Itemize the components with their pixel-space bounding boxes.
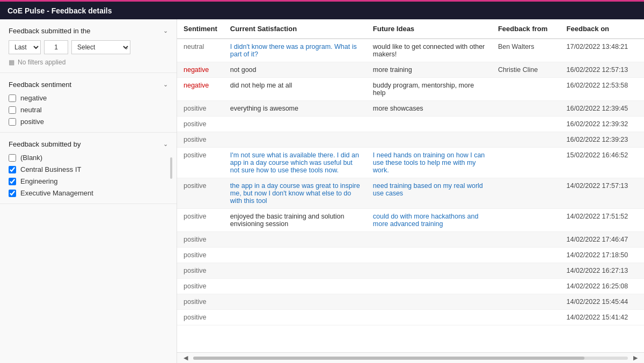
sentiment-cell: negative: [177, 78, 224, 101]
submitted-by-engineering-checkbox[interactable]: [9, 178, 16, 185]
feedback-on-cell: 16/02/2022 12:53:58: [560, 78, 644, 101]
left-panel: Feedback submitted in the ⌄ Last Select …: [0, 19, 177, 363]
feedback-submitted-in-label: Feedback submitted in the: [9, 27, 90, 35]
feedback-table-container[interactable]: Sentiment Current Satisfaction Future Id…: [177, 19, 644, 352]
sentiment-negative-label: negative: [20, 94, 47, 102]
feedback-submitted-by-section: Feedback submitted by ⌄ (Blank) Central …: [0, 133, 177, 204]
sentiment-negative-item[interactable]: negative: [9, 94, 168, 102]
feedback-from-cell: [492, 101, 560, 117]
app-title: CoE Pulse - Feedback details: [8, 6, 112, 15]
period-type-select[interactable]: Select: [71, 40, 130, 54]
future-ideas-cell: [367, 248, 492, 263]
table-body: neutralI didn't know there was a program…: [177, 39, 644, 325]
submitted-by-executive-checkbox[interactable]: [9, 190, 16, 197]
feedback-sentiment-chevron-icon[interactable]: ⌄: [163, 81, 168, 88]
current-satisfaction-cell: [224, 248, 367, 263]
feedback-from-cell: [492, 78, 560, 101]
sentiment-cell: positive: [177, 310, 224, 325]
submitted-by-executive-label: Executive Management: [20, 189, 93, 197]
feedback-on-cell: 17/02/2022 13:48:21: [560, 39, 644, 62]
feedback-from-cell: [492, 279, 560, 294]
feedback-on-cell: 14/02/2022 15:45:44: [560, 294, 644, 310]
col-header-feedback-from: Feedback from: [492, 19, 560, 39]
feedback-from-cell: [492, 310, 560, 325]
sentiment-cell: positive: [177, 248, 224, 263]
no-filters-indicator: ▦ No filters applied: [9, 59, 168, 66]
scrollbar-thumb: [193, 357, 584, 360]
current-satisfaction-cell: I'm not sure what is available there. I …: [224, 148, 367, 178]
submitted-by-blank-label: (Blank): [20, 154, 42, 162]
sentiment-cell: positive: [177, 178, 224, 209]
current-satisfaction-cell: everything is awesome: [224, 101, 367, 117]
feedback-from-cell: [492, 209, 560, 232]
feedback-on-cell: 16/02/2022 12:57:13: [560, 62, 644, 78]
table-row: positive14/02/2022 16:27:13: [177, 263, 644, 279]
feedback-from-cell: [492, 232, 560, 248]
submitted-by-central-item[interactable]: Central Business IT: [9, 165, 168, 173]
scroll-right-arrow[interactable]: ▶: [631, 354, 640, 361]
sentiment-negative-checkbox[interactable]: [9, 95, 16, 102]
feedback-from-cell: [492, 178, 560, 209]
future-ideas-cell: [367, 132, 492, 148]
current-satisfaction-cell: did not help me at all: [224, 78, 367, 101]
feedback-from-cell: [492, 248, 560, 263]
horizontal-scrollbar[interactable]: ◀ ▶: [177, 352, 644, 363]
table-row: positive16/02/2022 12:39:32: [177, 117, 644, 132]
feedback-on-cell: 16/02/2022 12:39:23: [560, 132, 644, 148]
table-row: negativenot goodmore trainingChristie Cl…: [177, 62, 644, 78]
future-ideas-cell: [367, 232, 492, 248]
main-layout: Feedback submitted in the ⌄ Last Select …: [0, 19, 644, 363]
sentiment-checkbox-group: negative neutral positive: [9, 94, 168, 126]
scroll-left-arrow[interactable]: ◀: [181, 354, 190, 361]
submitted-by-blank-checkbox[interactable]: [9, 154, 16, 162]
submitted-by-central-checkbox[interactable]: [9, 166, 16, 173]
feedback-table: Sentiment Current Satisfaction Future Id…: [177, 19, 644, 325]
feedback-submitted-in-chevron-icon[interactable]: ⌄: [163, 27, 168, 34]
table-row: positiveeverything is awesomemore showca…: [177, 101, 644, 117]
feedback-on-cell: 16/02/2022 12:39:32: [560, 117, 644, 132]
sentiment-neutral-checkbox[interactable]: [9, 106, 16, 114]
col-header-current-satisfaction: Current Satisfaction: [224, 19, 367, 39]
scrollbar-track[interactable]: [193, 357, 628, 360]
col-header-sentiment: Sentiment: [177, 19, 224, 39]
current-satisfaction-cell: I didn't know there was a program. What …: [224, 39, 367, 62]
current-satisfaction-cell: the app in a day course was great to ins…: [224, 178, 367, 209]
feedback-on-cell: 14/02/2022 17:18:50: [560, 248, 644, 263]
future-ideas-cell: could do with more hackathons and more a…: [367, 209, 492, 232]
feedback-on-cell: 14/02/2022 17:51:52: [560, 209, 644, 232]
sentiment-cell: positive: [177, 117, 224, 132]
submitted-by-blank-item[interactable]: (Blank): [9, 154, 168, 162]
feedback-sentiment-label: Feedback sentiment: [9, 81, 71, 89]
future-ideas-cell: [367, 263, 492, 279]
sentiment-cell: positive: [177, 294, 224, 310]
feedback-on-cell: 14/02/2022 17:57:13: [560, 178, 644, 209]
submitted-by-executive-item[interactable]: Executive Management: [9, 189, 168, 197]
period-select[interactable]: Last: [9, 40, 41, 54]
period-number-input[interactable]: [44, 40, 68, 54]
submitted-by-checkbox-group: (Blank) Central Business IT Engineering …: [9, 154, 168, 197]
feedback-from-cell: [492, 117, 560, 132]
table-row: positive14/02/2022 16:25:08: [177, 279, 644, 294]
submitted-by-engineering-item[interactable]: Engineering: [9, 177, 168, 185]
future-ideas-cell: would like to get connected with other m…: [367, 39, 492, 62]
sentiment-cell: positive: [177, 132, 224, 148]
sentiment-positive-item[interactable]: positive: [9, 118, 168, 126]
filter-icon: ▦: [9, 59, 14, 66]
table-row: positiveI'm not sure what is available t…: [177, 148, 644, 178]
table-row: positive16/02/2022 12:39:23: [177, 132, 644, 148]
sentiment-cell: positive: [177, 148, 224, 178]
title-bar: CoE Pulse - Feedback details: [0, 0, 644, 19]
table-row: positiveenjoyed the basic training and s…: [177, 209, 644, 232]
sentiment-neutral-item[interactable]: neutral: [9, 106, 168, 114]
feedback-on-cell: 14/02/2022 16:25:08: [560, 279, 644, 294]
sentiment-positive-checkbox[interactable]: [9, 118, 16, 126]
table-header: Sentiment Current Satisfaction Future Id…: [177, 19, 644, 39]
feedback-submitted-by-chevron-icon[interactable]: ⌄: [163, 141, 168, 148]
feedback-from-cell: Christie Cline: [492, 62, 560, 78]
feedback-submitted-in-section: Feedback submitted in the ⌄ Last Select …: [0, 19, 177, 73]
sentiment-neutral-label: neutral: [20, 106, 42, 114]
sentiment-cell: positive: [177, 263, 224, 279]
sentiment-positive-label: positive: [20, 118, 44, 126]
table-row: positive14/02/2022 17:46:47: [177, 232, 644, 248]
feedback-submitted-by-label: Feedback submitted by: [9, 140, 80, 148]
